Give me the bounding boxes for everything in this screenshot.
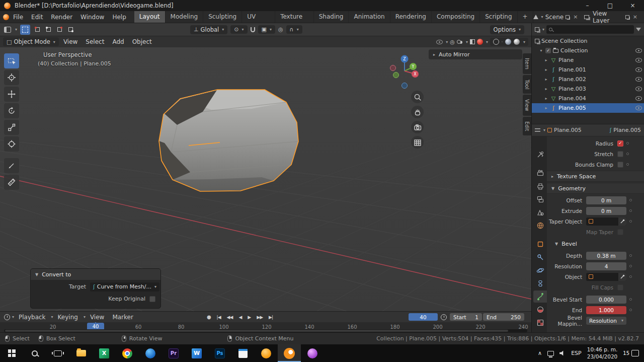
menu-help[interactable]: Help	[108, 11, 130, 23]
next-keyframe-button[interactable]: ▶▶	[254, 315, 265, 320]
workspace-tab-scripting[interactable]: Scripting	[480, 11, 517, 23]
editor-type-icon[interactable]	[4, 27, 11, 33]
snap-magnet-icon[interactable]	[251, 27, 255, 32]
workspace-tab-rendering[interactable]: Rendering	[390, 11, 432, 23]
convert-to-panel[interactable]: ▼ Convert to Target ʃ Curve from Mesh/..…	[30, 268, 161, 309]
shading-caret-icon[interactable]: ▾	[523, 40, 525, 44]
bevel-object-decorator-icon[interactable]	[626, 275, 634, 278]
radius-checkbox[interactable]: ✓	[617, 140, 623, 147]
object-visibility-icon[interactable]	[635, 67, 642, 72]
workspace-tab-sculpting[interactable]: Sculpting	[203, 11, 242, 23]
gizmo-y-negative[interactable]	[393, 73, 399, 78]
convert-collapse-icon[interactable]: ▼	[35, 272, 38, 277]
annotate-tool-icon[interactable]	[4, 158, 19, 173]
expand-icon[interactable]: ▸	[544, 67, 548, 72]
outliner-search-input[interactable]	[546, 25, 634, 34]
play-button[interactable]: ▶	[245, 315, 253, 320]
timeline-menu-view[interactable]: View	[87, 311, 108, 323]
select-mode-new-icon[interactable]	[33, 26, 41, 34]
timeline-editor-icon[interactable]	[4, 314, 10, 320]
map-taper-checkbox[interactable]	[617, 229, 623, 235]
blue-app-button[interactable]	[139, 344, 162, 362]
record-button[interactable]: ●	[204, 314, 213, 320]
convert-to-header[interactable]: ▼ Convert to	[31, 269, 160, 280]
select-mode-extend-icon[interactable]	[44, 26, 52, 34]
collection-visibility-icon[interactable]	[635, 48, 642, 53]
active-tool-box-select-icon[interactable]	[20, 25, 30, 35]
texture-space-panel-header[interactable]: ▸ Texture Space	[547, 171, 644, 182]
stretch-checkbox[interactable]	[617, 151, 623, 157]
bevel-mapping-dropdown[interactable]: Resolution ▾	[586, 317, 626, 325]
object-name[interactable]: Plane.001	[558, 66, 586, 73]
calendar-button[interactable]	[231, 344, 255, 362]
tab-object-icon[interactable]	[533, 238, 547, 250]
menu-window[interactable]: Window	[76, 11, 108, 23]
outliner-row-plane[interactable]: ▸ ▽ Plane	[532, 55, 644, 65]
gizmos-icon[interactable]: ◎	[450, 39, 455, 45]
tab-world-icon[interactable]	[533, 220, 547, 232]
menu-edit[interactable]: Edit	[27, 11, 47, 23]
viewport-menu-object[interactable]: Object	[129, 36, 155, 47]
scene-name[interactable]: Scene	[545, 14, 564, 21]
object-visibility-icon[interactable]	[436, 40, 443, 44]
tab-render-icon[interactable]	[533, 167, 547, 179]
chrome-button[interactable]	[116, 344, 139, 362]
blender-taskbar-button[interactable]	[278, 344, 301, 362]
breadcrumb-object[interactable]: Plane.005	[554, 127, 582, 133]
select-mode-intersect-icon[interactable]	[66, 26, 74, 34]
zoom-icon[interactable]	[411, 91, 424, 103]
workspace-tab-uv-editing[interactable]: UV Editing	[242, 11, 275, 23]
bounds-clamp-checkbox[interactable]	[617, 162, 623, 168]
workspace-tab-compositing[interactable]: Compositing	[432, 11, 480, 23]
outliner-row-plane003[interactable]: ▸ ▽ Plane.003	[532, 84, 644, 94]
depth-decorator-icon[interactable]	[626, 254, 634, 257]
proportional-editing-icon[interactable]: ◎	[278, 26, 283, 33]
geometry-collapse-icon[interactable]: ▼	[551, 186, 554, 191]
view-layer-name[interactable]: View Layer	[593, 10, 623, 24]
auto-mirror-expand-icon[interactable]: ▸	[433, 52, 435, 57]
timeline-menu-keying[interactable]: Keying	[54, 311, 82, 323]
bevel-end-field[interactable]: 1.000	[586, 306, 626, 314]
taper-decorator-icon[interactable]	[626, 220, 634, 223]
viewport-menu-select[interactable]: Select	[82, 36, 108, 47]
sidebar-tab-item[interactable]: Item	[523, 53, 531, 74]
object-name[interactable]: Plane.005	[558, 105, 586, 111]
transform-orientation-dropdown[interactable]: ⊥ Global ▾	[190, 25, 227, 34]
hidden-icons-chevron[interactable]: ∧	[538, 350, 542, 356]
radius-decorator-icon[interactable]	[623, 142, 631, 144]
timeline-ruler[interactable]: 20 40 60 80 100 120 140 160 180 200 220 …	[0, 322, 531, 333]
speaker-icon[interactable]	[559, 350, 566, 356]
play-reverse-button[interactable]: ◀	[236, 315, 244, 320]
fill-caps-checkbox[interactable]	[617, 284, 623, 291]
preview-range-icon[interactable]	[441, 314, 447, 320]
menu-render[interactable]: Render	[47, 11, 76, 23]
resolution-decorator-icon[interactable]	[626, 265, 634, 267]
auto-mirror-panel[interactable]: ▸ Auto Mirror	[429, 49, 522, 59]
orange-app-button[interactable]	[255, 344, 278, 362]
viewport-menu-add[interactable]: Add	[109, 36, 127, 47]
camera-view-icon[interactable]	[411, 121, 424, 133]
viewport-canvas[interactable]: User Perspective (40) Collection | Plane…	[0, 47, 531, 311]
outliner-row-plane002[interactable]: ▸ ʃ Plane.002	[532, 75, 644, 84]
overlays-caret-icon[interactable]: ▾	[466, 40, 468, 44]
measure-tool-icon[interactable]	[4, 175, 19, 190]
tab-output-icon[interactable]	[533, 180, 547, 192]
photoshop-button[interactable]: Ps	[208, 344, 231, 362]
menu-file[interactable]: File	[9, 11, 27, 23]
navigation-gizmo[interactable]: Z Y X	[385, 52, 424, 90]
remove-view-layer-icon[interactable]: ×	[631, 14, 639, 20]
resolution-field[interactable]: 4	[586, 262, 626, 270]
viewport-menu-view[interactable]: View	[60, 36, 81, 47]
visibility-caret-icon[interactable]: ▾	[446, 40, 448, 44]
extrude-decorator-icon[interactable]	[626, 209, 634, 212]
extrude-field[interactable]: 0 m	[586, 207, 626, 215]
expand-icon[interactable]: ▸	[544, 106, 548, 110]
overlays-icon[interactable]	[457, 40, 461, 44]
timeline-menu-playback[interactable]: Playback	[15, 311, 49, 323]
word-button[interactable]: W	[185, 344, 208, 362]
ortho-grid-icon[interactable]	[411, 136, 424, 149]
gizmo-x-negative[interactable]	[390, 65, 396, 71]
geometry-panel-header[interactable]: ▼ Geometry	[547, 183, 644, 194]
blender-menu-icon[interactable]	[3, 14, 9, 20]
taskbar-search-button[interactable]	[23, 344, 46, 362]
